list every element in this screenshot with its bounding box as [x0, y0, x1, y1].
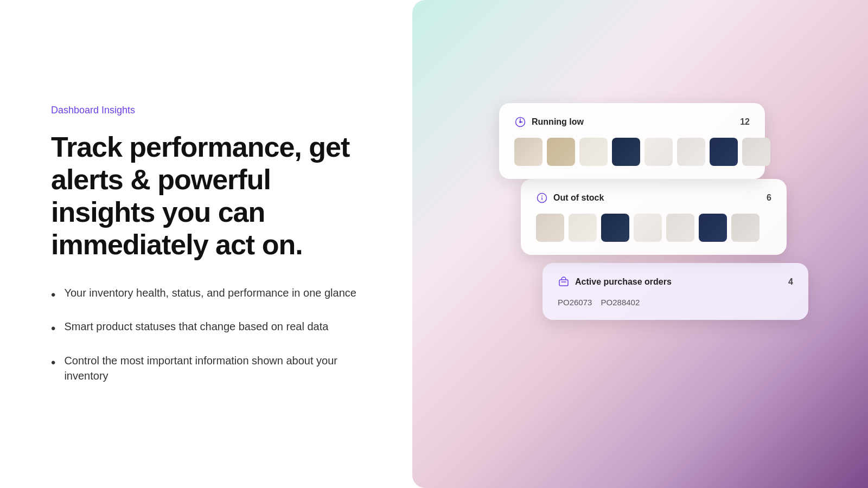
- feature-list: Your inventory health, status, and perfo…: [51, 285, 361, 383]
- thumbnail-item[interactable]: [677, 138, 705, 166]
- po-number-1[interactable]: PO26073: [558, 298, 592, 307]
- running-low-count: 12: [740, 117, 750, 127]
- purchase-orders-card: Active purchase orders 4 PO26073 PO28840…: [542, 263, 808, 320]
- out-of-stock-title-group: Out of stock: [536, 192, 604, 204]
- po-number-2[interactable]: PO288402: [601, 298, 640, 307]
- purchase-orders-title-group: Active purchase orders: [558, 276, 672, 288]
- svg-point-6: [541, 196, 542, 197]
- thumbnail-item[interactable]: [569, 214, 597, 242]
- thumbnail-item[interactable]: [699, 214, 727, 242]
- bullet-text-2: Smart product statuses that change based…: [64, 319, 328, 334]
- clock-icon: [514, 116, 526, 128]
- left-panel: Dashboard Insights Track performance, ge…: [0, 0, 412, 488]
- thumbnail-item[interactable]: [634, 214, 662, 242]
- thumbnail-item[interactable]: [644, 138, 673, 166]
- thumbnail-item[interactable]: [514, 138, 542, 166]
- out-of-stock-title: Out of stock: [553, 193, 604, 203]
- list-item: Smart product statuses that change based…: [51, 319, 361, 338]
- bullet-text-1: Your inventory health, status, and perfo…: [64, 285, 356, 300]
- thumbnail-item[interactable]: [612, 138, 640, 166]
- out-of-stock-thumbnails: [536, 214, 771, 242]
- headline: Track performance, get alerts & powerful…: [51, 131, 361, 261]
- running-low-title: Running low: [532, 117, 584, 127]
- cards-container: Running low 12: [499, 103, 781, 385]
- purchase-orders-count: 4: [788, 277, 793, 287]
- right-panel: Running low 12: [412, 0, 868, 488]
- out-of-stock-card: Out of stock 6: [521, 179, 787, 255]
- purchase-orders-title: Active purchase orders: [575, 277, 672, 287]
- running-low-header: Running low 12: [514, 116, 750, 128]
- section-label: Dashboard Insights: [51, 105, 361, 116]
- thumbnail-item[interactable]: [666, 214, 694, 242]
- thumbnail-item[interactable]: [536, 214, 564, 242]
- running-low-card: Running low 12: [499, 103, 765, 179]
- purchase-orders-header: Active purchase orders 4: [558, 276, 793, 288]
- out-of-stock-header: Out of stock 6: [536, 192, 771, 204]
- info-icon: [536, 192, 548, 204]
- list-item: Your inventory health, status, and perfo…: [51, 285, 361, 304]
- thumbnail-item[interactable]: [710, 138, 738, 166]
- out-of-stock-count: 6: [767, 193, 771, 203]
- list-item: Control the most important information s…: [51, 353, 361, 383]
- svg-rect-7: [559, 280, 568, 286]
- thumbnail-item[interactable]: [579, 138, 608, 166]
- thumbnail-item[interactable]: [742, 138, 770, 166]
- running-low-title-group: Running low: [514, 116, 584, 128]
- box-icon: [558, 276, 570, 288]
- bullet-text-3: Control the most important information s…: [64, 353, 361, 383]
- running-low-thumbnails: [514, 138, 750, 166]
- thumbnail-item[interactable]: [731, 214, 760, 242]
- thumbnail-item[interactable]: [547, 138, 575, 166]
- po-numbers-list: PO26073 PO288402: [558, 298, 793, 307]
- svg-rect-5: [541, 197, 542, 200]
- thumbnail-item[interactable]: [601, 214, 629, 242]
